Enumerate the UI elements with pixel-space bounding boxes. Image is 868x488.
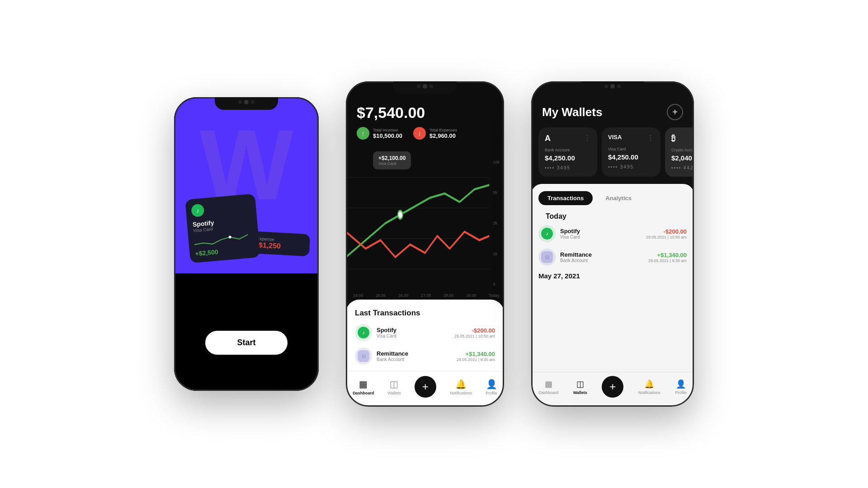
- wallet-dashboard-icon: ▦: [545, 379, 552, 389]
- chart-x-labels: 24.05 25.05 26.05 27.05 28.05 29.05 Toda…: [353, 293, 500, 298]
- svg-point-0: [228, 235, 231, 239]
- tooltip-amount: +$2,100.00: [378, 155, 406, 161]
- x-label-2905: 29.05: [466, 293, 476, 298]
- expense-label: Total Expenses: [429, 128, 457, 132]
- wallet-profile-label: Profile: [675, 390, 687, 395]
- phone-1-splash: W Spotify Visa Card +$2,500 Expense -$1,…: [174, 97, 319, 391]
- crypto-card-amount: $2,040.00: [671, 154, 694, 162]
- crypto-card-type: Crypto Account: [671, 148, 694, 152]
- spotify-mini-chart: [193, 231, 249, 248]
- wallet-card-visa[interactable]: VISA ⋮ Visa Card $4,250.00 •••• 3495: [602, 127, 660, 177]
- p2-speaker: [417, 84, 420, 88]
- transactions-panel: Last Transactions ♪ Spotify Visa Card -$…: [346, 300, 504, 371]
- wallet-tx-remittance: ⊟ Remittance Bank Account +$1,340.00 29.…: [538, 249, 687, 266]
- wallet-tx-spotify-name: Spotify: [560, 228, 642, 235]
- wallet-tx-spotify-info: Spotify Visa Card: [560, 228, 642, 239]
- phone-2-notch: [417, 84, 433, 89]
- nav-dashboard[interactable]: ▦ Dashboard: [353, 379, 374, 395]
- wallet-tx-spotify-date: 29.05.2021 | 10:50 am: [646, 235, 687, 239]
- wallet-tx-spotify-source: Visa Card: [560, 235, 642, 239]
- wallet-cards-row: A ⋮ Bank Account $4,250.00 •••• 3495 VIS…: [531, 127, 694, 184]
- wallet-tx-remittance-icon: ⊟: [538, 249, 556, 266]
- tx-spotify-amount: -$200.00: [454, 327, 495, 334]
- tx-remittance-amount: +$1,340.00: [457, 351, 495, 357]
- wallet-nav-profile[interactable]: 👤 Profile: [675, 379, 687, 395]
- notifications-icon: 🔔: [455, 379, 467, 389]
- total-incomes-stat: ↑ Total Incomes $10,500.00: [357, 127, 402, 140]
- p2-sensor: [429, 84, 433, 88]
- bank-card-amount: $4,250.00: [545, 154, 591, 162]
- income-value: $10,500.00: [373, 132, 402, 139]
- crypto-card-number: •••• 4422: [671, 165, 694, 170]
- y-label-2k: 2k: [493, 221, 500, 225]
- start-button[interactable]: Start: [205, 331, 287, 355]
- phones-container: W Spotify Visa Card +$2,500 Expense -$1,…: [174, 81, 694, 407]
- crypto-card-header: ₿ ⋮: [671, 134, 694, 143]
- phone-3-screen: My Wallets + A ⋮ Bank Account $4,250.00 …: [531, 81, 694, 407]
- tx-remittance-source: Bank Account: [377, 357, 452, 362]
- tab-transactions[interactable]: Transactions: [538, 191, 593, 205]
- visa-menu-icon[interactable]: ⋮: [647, 134, 654, 142]
- wallet-tx-list: Today ♪ Spotify Visa Card -$200.00 29.05…: [531, 211, 694, 372]
- wallet-spotify-circle: ♪: [541, 228, 553, 239]
- bank-logo: A: [545, 134, 551, 143]
- wallet-tx-remittance-right: +$1,340.00 29.05.2021 | 9:35 am: [648, 252, 687, 263]
- wallet-nav-notifications[interactable]: 🔔 Notifications: [638, 379, 660, 395]
- nav-notifications[interactable]: 🔔 Notifications: [450, 379, 472, 395]
- tx-spotify-name: Spotify: [377, 327, 450, 333]
- tx-spotify-icon: ♪: [355, 324, 372, 341]
- expense-info: Total Expenses $2,960.00: [429, 128, 457, 139]
- nav-wallets[interactable]: ◫ Wallets: [387, 379, 401, 395]
- may27-section-label: May 27, 2021: [538, 272, 687, 280]
- y-label-5k: 5k: [493, 190, 500, 195]
- tab-analytics[interactable]: Analytics: [596, 191, 641, 205]
- remittance-circle: ⊟: [358, 350, 369, 362]
- bank-card-type: Bank Account: [545, 148, 591, 152]
- income-info: Total Incomes $10,500.00: [373, 128, 402, 139]
- bank-card-number: •••• 3495: [545, 165, 591, 170]
- nav-profile[interactable]: 👤 Profile: [486, 379, 497, 395]
- p3-sensor: [617, 84, 621, 88]
- wallets-title: My Wallets: [542, 105, 602, 119]
- camera-dot: [244, 100, 249, 104]
- wallet-profile-icon: 👤: [676, 379, 686, 389]
- y-label-0: 0: [493, 282, 500, 286]
- dashboard-nav-label: Dashboard: [353, 391, 374, 395]
- notifications-nav-label: Notifications: [450, 391, 472, 395]
- visa-card-header: VISA ⋮: [608, 134, 654, 142]
- tx-remittance-right: +$1,340.00 29.05.2021 | 9:35 am: [457, 351, 495, 362]
- x-label-2605: 26.05: [398, 293, 409, 298]
- phone-3-notch: [604, 84, 621, 89]
- wallet-notifications-icon: 🔔: [644, 379, 654, 389]
- income-expense-row: ↑ Total Incomes $10,500.00 ↓ Total Expen…: [357, 127, 493, 140]
- bank-card-header: A ⋮: [545, 134, 591, 143]
- x-label-2805: 28.05: [443, 293, 454, 298]
- bottom-nav-dashboard: ▦ Dashboard ◫ Wallets + 🔔 Notifications …: [346, 371, 504, 407]
- wallet-nav-wallets[interactable]: ◫ Wallets: [573, 379, 587, 395]
- p3-speaker: [604, 84, 608, 88]
- wallet-card-crypto[interactable]: ₿ ⋮ Crypto Account $2,040.00 •••• 4422: [665, 127, 694, 177]
- wallet-nav-dashboard[interactable]: ▦ Dashboard: [538, 379, 558, 395]
- phone-1-notch: [238, 100, 255, 104]
- profile-icon: 👤: [486, 379, 497, 389]
- add-wallet-button[interactable]: +: [667, 104, 683, 120]
- dashboard-icon: ▦: [359, 379, 368, 389]
- p2-camera: [423, 84, 427, 89]
- wallet-card-bank[interactable]: A ⋮ Bank Account $4,250.00 •••• 3495: [538, 127, 597, 177]
- wallet-add-button[interactable]: +: [602, 376, 623, 398]
- p3-camera: [610, 84, 615, 89]
- x-label-2505: 25.05: [376, 293, 386, 298]
- crypto-logo: ₿: [671, 134, 675, 143]
- tx-remittance-info: Remittance Bank Account: [377, 350, 452, 362]
- svg-point-5: [398, 211, 403, 219]
- bank-menu-icon[interactable]: ⋮: [584, 134, 591, 142]
- tab-row: Transactions Analytics: [531, 184, 694, 211]
- x-label-today: Today: [489, 293, 500, 298]
- tx-spotify-date: 29.05.2021 | 10:50 am: [454, 334, 495, 338]
- x-label-2705: 27.05: [421, 293, 431, 298]
- wallets-nav-label: Wallets: [387, 391, 401, 395]
- nav-add-button[interactable]: +: [415, 376, 436, 398]
- tx-remittance-date: 29.05.2021 | 9:35 am: [457, 357, 495, 362]
- spotify-circle: ♪: [358, 327, 369, 338]
- phone-2-dashboard: $7,540.00 ↑ Total Incomes $10,500.00 ↓ T…: [346, 81, 504, 407]
